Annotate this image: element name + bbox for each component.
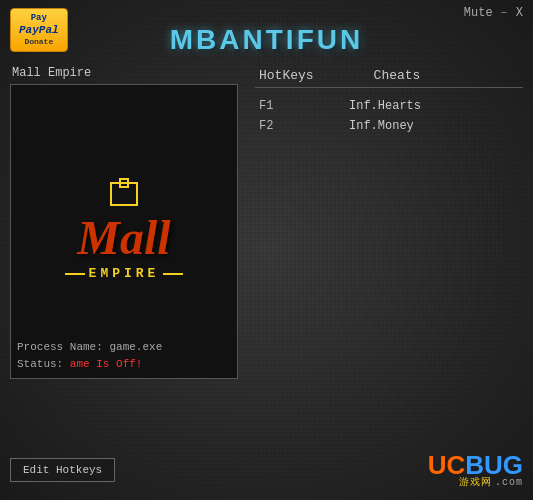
paypal-donate-button[interactable]: Pay PayPal Donate	[10, 8, 68, 52]
hotkey-f1: F1	[259, 99, 299, 113]
game-image: Mall EMPIRE Process Name: game.exe Statu…	[10, 84, 238, 379]
empire-dash-right	[163, 273, 183, 275]
process-name-value: game.exe	[109, 341, 162, 353]
process-info: Process Name: game.exe Status: ame Is Of…	[17, 339, 162, 372]
cheat-row-1: F1 Inf.Hearts	[255, 96, 523, 116]
app-container: Mute – X Pay PayPal Donate MBANTIFUN Mal…	[0, 0, 533, 500]
window-controls: Mute – X	[464, 6, 523, 20]
game-panel: Mall Empire Mall EMPIRE Process Name: ga…	[10, 66, 240, 379]
mall-icon	[110, 182, 138, 206]
empire-dash-left	[65, 273, 85, 275]
empire-text: EMPIRE	[65, 266, 184, 281]
ucbug-sub-line: 游戏网 .com	[459, 478, 523, 488]
control-separator: –	[501, 6, 508, 20]
cheats-panel: HotKeys Cheats F1 Inf.Hearts F2 Inf.Mone…	[255, 66, 523, 379]
hotkeys-header: HotKeys	[259, 68, 314, 83]
process-name-label: Process Name:	[17, 341, 103, 353]
ucbug-brand: UCBUG	[428, 452, 523, 478]
status-label: Status:	[17, 358, 63, 370]
status-line: Status: ame Is Off!	[17, 356, 162, 373]
game-title: Mall Empire	[10, 66, 240, 80]
cheat-inf-money: Inf.Money	[349, 119, 414, 133]
cheats-divider	[255, 87, 523, 88]
cheats-header-row: HotKeys Cheats	[255, 68, 523, 83]
app-title: MBANTIFUN	[0, 20, 533, 64]
ucbug-logo: UCBUG 游戏网 .com	[428, 452, 523, 488]
cheat-inf-hearts: Inf.Hearts	[349, 99, 421, 113]
paypal-brand-text: PayPal	[19, 24, 59, 37]
close-button[interactable]: X	[516, 6, 523, 20]
bottom-bar: Edit Hotkeys UCBUG 游戏网 .com	[10, 452, 523, 488]
ucbug-games-text: 游戏网	[459, 478, 492, 488]
top-bar: Mute – X	[0, 0, 533, 22]
cheats-header-label: Cheats	[374, 68, 421, 83]
paypal-donate-text: Donate	[24, 37, 53, 47]
status-value: ame Is Off!	[70, 358, 143, 370]
ucbug-com-text: .com	[495, 478, 523, 488]
ucbug-uc-text: UC	[428, 450, 466, 480]
main-content: Mall Empire Mall EMPIRE Process Name: ga…	[0, 66, 533, 379]
edit-hotkeys-button[interactable]: Edit Hotkeys	[10, 458, 115, 482]
mall-logo-text: Mall	[77, 214, 170, 262]
mute-button[interactable]: Mute	[464, 6, 493, 20]
paypal-pay-text: Pay	[31, 13, 47, 24]
cheat-row-2: F2 Inf.Money	[255, 116, 523, 136]
empire-label: EMPIRE	[89, 266, 160, 281]
ucbug-bug-text: BUG	[465, 450, 523, 480]
process-name-line: Process Name: game.exe	[17, 339, 162, 356]
hotkey-f2: F2	[259, 119, 299, 133]
